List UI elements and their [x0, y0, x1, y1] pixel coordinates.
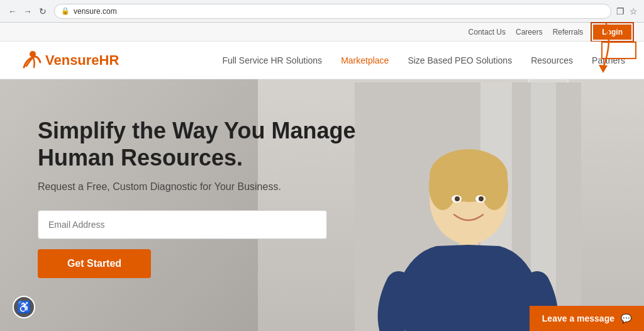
svg-point-12: [455, 196, 460, 201]
leave-message-button[interactable]: Leave a message 💬: [530, 306, 644, 331]
leave-message-label: Leave a message: [542, 313, 614, 323]
nav-resources[interactable]: Resources: [531, 55, 573, 65]
careers-link[interactable]: Careers: [516, 28, 543, 36]
hero-section: Simplify the Way You Manage Human Resour…: [0, 79, 644, 331]
svg-point-8: [429, 162, 457, 210]
lock-icon: 🔒: [61, 7, 70, 15]
main-header: VensureHR Full Service HR Solutions Mark…: [0, 42, 644, 79]
logo-text: VensureHR: [45, 52, 119, 69]
browser-chrome: ← → ↻ 🔒 vensure.com ❐ ☆: [0, 0, 644, 23]
address-bar[interactable]: 🔒 vensure.com: [54, 4, 611, 19]
hero-subtitle: Request a Free, Custom Diagnostic for Yo…: [38, 181, 390, 193]
get-started-button[interactable]: Get Started: [38, 249, 151, 278]
hero-content: Simplify the Way You Manage Human Resour…: [38, 117, 390, 278]
referrals-link[interactable]: Referrals: [553, 28, 584, 36]
accessibility-button[interactable]: ♿: [13, 296, 35, 318]
logo-icon: [19, 48, 43, 72]
main-nav: Full Service HR Solutions Marketplace Si…: [222, 55, 625, 65]
bookmark-icon[interactable]: ☆: [630, 6, 638, 16]
contact-us-link[interactable]: Contact Us: [469, 28, 506, 36]
svg-point-9: [480, 162, 508, 210]
forward-button[interactable]: →: [21, 5, 34, 18]
logo[interactable]: VensureHR: [19, 48, 119, 72]
nav-partners[interactable]: Partners: [592, 55, 625, 65]
url-text: vensure.com: [74, 7, 604, 16]
accessibility-icon: ♿: [17, 300, 31, 314]
nav-size-based[interactable]: Size Based PEO Solutions: [408, 55, 512, 65]
browser-nav-buttons: ← → ↻: [6, 5, 49, 18]
svg-point-13: [479, 196, 484, 201]
refresh-button[interactable]: ↻: [36, 5, 49, 18]
hero-title: Simplify the Way You Manage Human Resour…: [38, 117, 390, 171]
browser-actions: ❐ ☆: [616, 6, 638, 16]
login-button[interactable]: Login: [593, 25, 631, 40]
email-input[interactable]: [48, 220, 316, 230]
email-input-wrapper: [38, 210, 327, 239]
chat-icon: 💬: [621, 313, 631, 323]
nav-full-service[interactable]: Full Service HR Solutions: [222, 55, 322, 65]
back-button[interactable]: ←: [6, 5, 19, 18]
share-icon[interactable]: ❐: [616, 6, 625, 16]
utility-bar: Contact Us Careers Referrals Login: [0, 23, 644, 42]
nav-marketplace[interactable]: Marketplace: [341, 55, 389, 65]
